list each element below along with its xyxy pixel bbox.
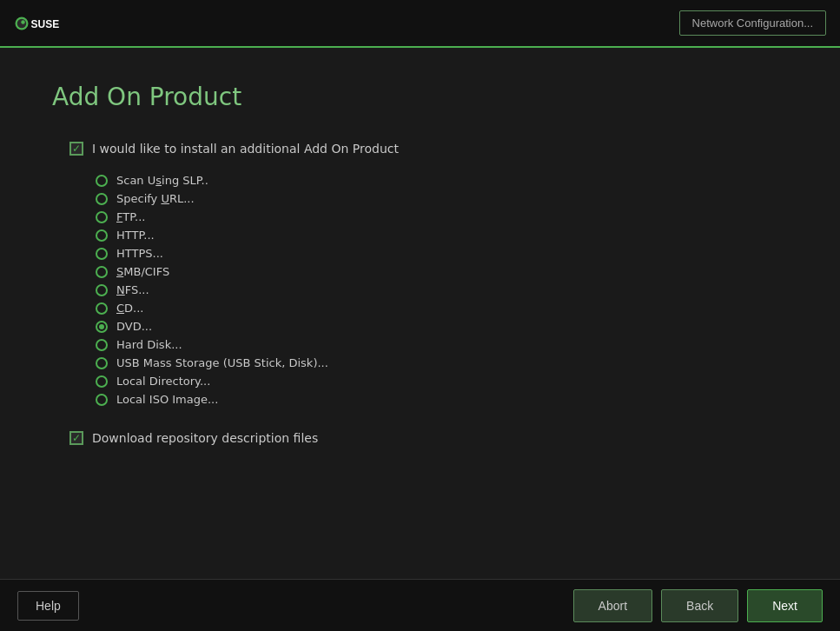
radio-item-https[interactable]: HTTPS... [96,246,788,261]
radio-item-usb[interactable]: USB Mass Storage (USB Stick, Disk)... [96,355,788,370]
radio-label-local-iso: Local ISO Image... [116,393,218,406]
install-checkbox-row[interactable]: I would like to install an additional Ad… [69,142,788,156]
logo-area: SUSE [14,8,66,39]
abort-button[interactable]: Abort [573,589,652,622]
top-bar: SUSE Network Configuration... [0,0,840,48]
radio-label-url: Specify URL... [116,192,195,205]
radio-circle-ftp [96,211,108,223]
radio-label-cd: CD... [116,302,144,315]
page-title: Add On Product [52,83,788,111]
radio-item-nfs[interactable]: NFS... [96,282,788,297]
radio-circle-url [96,193,108,205]
radio-label-usb: USB Mass Storage (USB Stick, Disk)... [116,356,328,369]
radio-label-slp: Scan Using SLP.. [116,174,208,187]
radio-circle-harddisk [96,339,108,351]
radio-label-local-dir: Local Directory... [116,375,210,388]
svg-point-2 [21,20,25,24]
bottom-bar: Help Abort Back Next [0,579,840,631]
radio-item-url[interactable]: Specify URL... [96,191,788,206]
download-checkbox-label: Download repository description files [92,431,318,445]
radio-item-slp[interactable]: Scan Using SLP.. [96,173,788,188]
radio-circle-local-dir [96,375,108,388]
download-checkbox-row[interactable]: Download repository description files [69,431,788,445]
radio-circle-nfs [96,284,108,296]
form-area: I would like to install an additional Ad… [69,142,788,445]
radio-circle-local-iso [96,394,108,406]
radio-label-dvd: DVD... [116,320,152,333]
radio-circle-https [96,248,108,260]
back-button[interactable]: Back [661,589,738,622]
radio-label-http: HTTP... [116,229,155,242]
radio-circle-dvd [96,321,108,333]
install-checkbox-label: I would like to install an additional Ad… [92,142,399,156]
network-config-button[interactable]: Network Configuration... [679,10,826,36]
radio-item-cd[interactable]: CD... [96,301,788,316]
radio-label-nfs: NFS... [116,283,149,296]
radio-label-smb: SMB/CIFS [116,265,169,278]
radio-item-harddisk[interactable]: Hard Disk... [96,337,788,352]
suse-logo: SUSE [14,8,66,39]
download-section: Download repository description files [69,431,788,445]
radio-circle-usb [96,357,108,369]
help-button[interactable]: Help [17,591,79,621]
next-button[interactable]: Next [747,589,823,622]
radio-item-ftp[interactable]: FTP... [96,209,788,224]
download-checkbox[interactable] [69,431,83,445]
radio-label-ftp: FTP... [116,210,145,223]
radio-label-https: HTTPS... [116,247,163,260]
radio-circle-smb [96,266,108,278]
radio-option-list: Scan Using SLP.. Specify URL... FTP... H… [96,173,788,407]
radio-item-local-iso[interactable]: Local ISO Image... [96,392,788,407]
install-checkbox[interactable] [69,142,83,156]
radio-item-dvd[interactable]: DVD... [96,319,788,334]
radio-label-harddisk: Hard Disk... [116,338,182,351]
radio-circle-http [96,229,108,242]
radio-item-http[interactable]: HTTP... [96,228,788,242]
radio-item-local-dir[interactable]: Local Directory... [96,374,788,389]
radio-item-smb[interactable]: SMB/CIFS [96,264,788,279]
svg-text:SUSE: SUSE [31,17,60,30]
radio-circle-slp [96,175,108,187]
main-content: Add On Product I would like to install a… [0,48,840,579]
radio-circle-cd [96,302,108,315]
